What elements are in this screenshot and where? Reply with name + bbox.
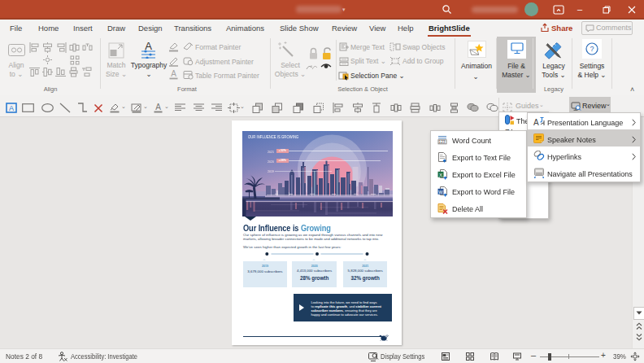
svg-text:123: 123 <box>439 140 446 144</box>
svg-text:?: ? <box>590 45 594 53</box>
svg-text:W: W <box>438 190 443 195</box>
svg-text:A: A <box>9 104 14 112</box>
svg-text:X: X <box>439 173 442 177</box>
svg-text:A: A <box>171 69 176 78</box>
svg-text:A: A <box>155 103 161 112</box>
svg-text:A: A <box>533 118 539 127</box>
